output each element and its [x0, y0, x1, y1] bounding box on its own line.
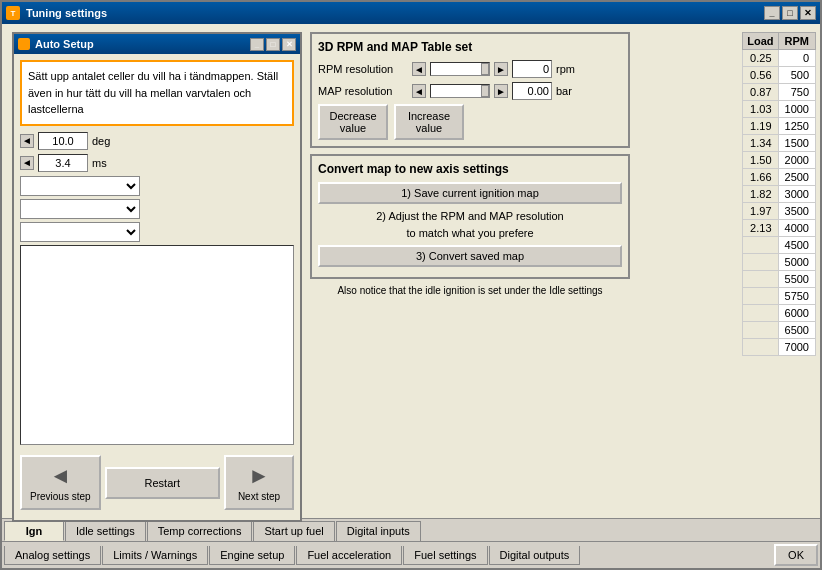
tab-fuel-settings[interactable]: Fuel settings	[403, 546, 487, 565]
increase-line2: value	[404, 122, 454, 134]
load-cell: 1.03	[743, 101, 778, 118]
tab-digital-inputs[interactable]: Digital inputs	[336, 521, 421, 541]
ok-button[interactable]: OK	[774, 544, 818, 566]
rpm-cell: 1250	[778, 118, 815, 135]
decrease-increase-row: Decrease value Increase value	[318, 104, 622, 140]
rpm-header: RPM	[778, 33, 815, 50]
minimize-button[interactable]: _	[764, 6, 780, 20]
table-row: 7000	[743, 339, 816, 356]
tab-digital-outputs[interactable]: Digital outputs	[489, 546, 581, 565]
map-unit: ms	[92, 157, 107, 169]
tab-analog-settings[interactable]: Analog settings	[4, 546, 101, 565]
table-row: 5500	[743, 271, 816, 288]
rpm-cell: 3500	[778, 203, 815, 220]
rpm-resolution-row: RPM resolution ◄ ► rpm	[318, 60, 622, 78]
load-rpm-table-container: Load RPM 0.2500.565000.877501.0310001.19…	[742, 32, 816, 356]
increase-value-button[interactable]: Increase value	[394, 104, 464, 140]
decrease-value-button[interactable]: Decrease value	[318, 104, 388, 140]
table-row: 5000	[743, 254, 816, 271]
rpm-cell: 4500	[778, 237, 815, 254]
rpm-cell: 3000	[778, 186, 815, 203]
dropdown-3[interactable]	[20, 222, 140, 242]
table-row: 2.134000	[743, 220, 816, 237]
map-res-unit: bar	[556, 85, 572, 97]
tab-limits-warnings[interactable]: Limits / Warnings	[102, 546, 208, 565]
dialog-minimize[interactable]: _	[250, 38, 264, 51]
table-row: 5750	[743, 288, 816, 305]
rpm-cell: 5000	[778, 254, 815, 271]
convert-saved-map-button[interactable]: 3) Convert saved map	[318, 245, 622, 267]
load-cell: 1.50	[743, 152, 778, 169]
title-bar: T Tuning settings _ □ ✕	[2, 2, 820, 24]
table-row: 1.341500	[743, 135, 816, 152]
dialog-close[interactable]: ✕	[282, 38, 296, 51]
table-row: 0.87750	[743, 84, 816, 101]
rpm-cell: 6000	[778, 305, 815, 322]
tab-ignition-control[interactable]: Ign	[4, 521, 64, 541]
dropdown-2[interactable]	[20, 199, 140, 219]
map-slider[interactable]	[430, 84, 490, 98]
table-row: 1.823000	[743, 186, 816, 203]
tab-fuel-acceleration[interactable]: Fuel acceleration	[296, 546, 402, 565]
rpm-cell: 4000	[778, 220, 815, 237]
convert-title: Convert map to new axis settings	[318, 162, 622, 176]
main-layout: Auto Setup _ □ ✕ Sätt upp antalet celler…	[2, 24, 820, 518]
tab-idle-settings[interactable]: Idle settings	[65, 521, 146, 541]
table-row: 1.973500	[743, 203, 816, 220]
table-row: 6000	[743, 305, 816, 322]
dropdown-row-1	[20, 176, 294, 196]
rpm-cell: 2000	[778, 152, 815, 169]
restart-button[interactable]: Restart	[105, 467, 220, 499]
content-area: Auto Setup _ □ ✕ Sätt upp antalet celler…	[2, 24, 820, 568]
rpm-input-row: ◄ deg	[20, 132, 294, 150]
tab-temp-corrections[interactable]: Temp corrections	[147, 521, 253, 541]
map-value-input[interactable]	[38, 154, 88, 172]
map-res-value[interactable]	[512, 82, 552, 100]
rpm-cell: 6500	[778, 322, 815, 339]
convert-section: Convert map to new axis settings 1) Save…	[310, 154, 630, 279]
load-cell: 1.97	[743, 203, 778, 220]
save-ignition-map-button[interactable]: 1) Save current ignition map	[318, 182, 622, 204]
map-slider-thumb	[481, 85, 489, 97]
decrease-line2: value	[328, 122, 378, 134]
map-res-right-arrow[interactable]: ►	[494, 84, 508, 98]
load-cell	[743, 322, 778, 339]
rpm-cell: 5750	[778, 288, 815, 305]
tab-start-up-fuel[interactable]: Start up fuel	[253, 521, 334, 541]
load-cell: 0.56	[743, 67, 778, 84]
rpm-res-left-arrow[interactable]: ◄	[412, 62, 426, 76]
load-cell	[743, 305, 778, 322]
map-res-left-arrow[interactable]: ◄	[412, 84, 426, 98]
dropdown-1[interactable]	[20, 176, 140, 196]
dialog-maximize[interactable]: □	[266, 38, 280, 51]
rpm-slider[interactable]	[430, 62, 490, 76]
previous-step-button[interactable]: ◄ Previous step	[20, 455, 101, 510]
next-step-button[interactable]: ► Next step	[224, 455, 294, 510]
rpm-cell: 5500	[778, 271, 815, 288]
decrease-line1: Decrease	[328, 110, 378, 122]
instruction-text: Sätt upp antalet celler du vill ha i tän…	[20, 60, 294, 126]
table-row: 1.502000	[743, 152, 816, 169]
maximize-button[interactable]: □	[782, 6, 798, 20]
dialog-controls: _ □ ✕	[250, 38, 296, 51]
rpm-res-value[interactable]	[512, 60, 552, 78]
dialog-footer: ◄ Previous step Restart ► Next step	[20, 451, 294, 514]
dropdown-row-3	[20, 222, 294, 242]
close-button[interactable]: ✕	[800, 6, 816, 20]
rpm-slider-thumb	[481, 63, 489, 75]
previous-step-arrow-icon: ◄	[49, 463, 71, 489]
next-step-label: Next step	[238, 491, 280, 502]
previous-step-label: Previous step	[30, 491, 91, 502]
load-header: Load	[743, 33, 778, 50]
rpm-res-right-arrow[interactable]: ►	[494, 62, 508, 76]
rpm-value-input[interactable]	[38, 132, 88, 150]
map-resolution-row: MAP resolution ◄ ► bar	[318, 82, 622, 100]
tab-engine-setup[interactable]: Engine setup	[209, 546, 295, 565]
map-decrease-arrow[interactable]: ◄	[20, 156, 34, 170]
rpm-cell: 7000	[778, 339, 815, 356]
rpm-decrease-arrow[interactable]: ◄	[20, 134, 34, 148]
title-controls: _ □ ✕	[764, 6, 816, 20]
rpm-map-section: 3D RPM and MAP Table set RPM resolution …	[310, 32, 630, 148]
table-row: 1.031000	[743, 101, 816, 118]
restart-label: Restart	[145, 477, 180, 489]
